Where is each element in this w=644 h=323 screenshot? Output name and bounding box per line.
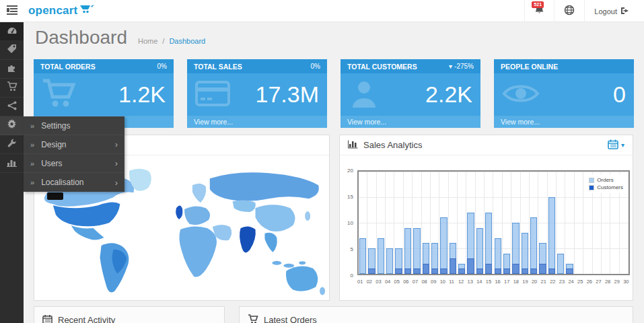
x-tick-label: 11 [449, 279, 458, 285]
shopping-cart-icon [42, 78, 77, 112]
tile-value: 1.2K [118, 81, 166, 108]
breadcrumb-home-link[interactable]: Home [138, 37, 157, 45]
menu-item-users[interactable]: » Users › [24, 154, 124, 173]
chart-bar-orders [557, 254, 564, 274]
x-tick-label: 19 [522, 279, 532, 285]
menu-item-label: Settings [41, 121, 70, 131]
chart-bar-customers [404, 268, 411, 274]
chart-icon [348, 140, 358, 151]
map-tooltip [47, 192, 63, 200]
sidebar-item-sales[interactable] [0, 79, 24, 98]
x-tick-label: 04 [385, 279, 394, 285]
legend-swatch [589, 178, 594, 183]
header-actions: 521 Logout [524, 0, 639, 22]
date-range-button[interactable]: ▾ [608, 139, 624, 151]
sidebar-item-catalog[interactable] [0, 41, 24, 60]
y-tick-label: 15 [347, 194, 353, 200]
sidebar-item-marketing[interactable] [0, 98, 24, 116]
x-tick-label: 29 [614, 279, 624, 285]
chart-bar-customers [368, 268, 375, 274]
chart-bar-customers [548, 268, 555, 274]
eye-icon [502, 80, 540, 110]
double-chevron-icon: » [30, 141, 34, 149]
chart-bar-customers [512, 264, 519, 274]
tile-title: TOTAL CUSTOMERS [347, 63, 417, 71]
breadcrumb-current[interactable]: Dashboard [169, 37, 205, 45]
x-tick-label: 06 [403, 279, 413, 285]
chart-bar-customers [566, 268, 573, 274]
tile-people-online: PEOPLE ONLINE 0 View more... [494, 59, 634, 128]
chart-bar-orders [413, 228, 420, 274]
double-chevron-icon: » [30, 159, 34, 168]
cart-icon [248, 314, 258, 323]
chart-bar-customers [503, 268, 510, 274]
chart-bar-orders [386, 248, 393, 274]
x-tick-label: 20 [532, 279, 541, 285]
menu-toggle-button[interactable] [0, 0, 24, 22]
caret-down-icon: ▾ [621, 141, 624, 149]
bar-chart-icon [7, 157, 17, 170]
latest-orders-panel: Latest Orders [239, 306, 633, 323]
chart-bar-customers [395, 268, 402, 274]
view-more-link[interactable]: View more... [494, 116, 634, 128]
menu-item-label: Localisation [41, 178, 83, 187]
sidebar-item-dashboard[interactable] [0, 22, 24, 41]
x-tick-label: 25 [577, 279, 587, 285]
puzzle-piece-icon [7, 63, 17, 75]
latest-orders-header: Latest Orders [240, 307, 633, 323]
tile-value: 0 [613, 81, 626, 108]
sidebar-item-extensions[interactable] [0, 60, 24, 79]
legend-item: Customers [589, 184, 623, 190]
chart-y-axis: 05101520 [340, 170, 355, 275]
chart-bar-customers [476, 268, 483, 274]
wrench-icon [7, 139, 17, 151]
view-more-link[interactable]: View more... [341, 116, 480, 128]
chart-bar-customers [539, 264, 546, 274]
tile-value: 2.2K [425, 81, 472, 108]
sidebar-item-reports[interactable] [0, 154, 24, 173]
logout-button[interactable]: Logout [584, 0, 639, 22]
share-nodes-icon [7, 101, 17, 113]
breadcrumb: Home / Dashboard [138, 37, 205, 45]
x-tick-label: 12 [458, 279, 468, 285]
view-more-link[interactable]: View more... [187, 116, 327, 128]
x-tick-label: 07 [413, 279, 422, 285]
chart-bar-customers [423, 264, 429, 274]
y-tick-label: 20 [347, 168, 353, 174]
sign-out-icon [620, 7, 629, 16]
x-tick-label: 27 [596, 279, 605, 285]
credit-card-icon [195, 79, 230, 110]
chart-bar-customers [522, 268, 528, 274]
x-tick-label: 21 [541, 279, 550, 285]
cart-icon [7, 81, 17, 94]
chart-bar-customers [458, 268, 465, 274]
chart-bar-customers [485, 264, 492, 274]
recent-activity-header: Recent Activity [34, 307, 224, 323]
recent-activity-panel: Recent Activity [34, 306, 225, 323]
menu-item-design[interactable]: » Design › [24, 135, 124, 154]
chart-bar-orders [476, 228, 483, 274]
chart-bar-orders [530, 217, 537, 274]
x-tick-label: 09 [431, 279, 440, 285]
menu-item-settings[interactable]: » Settings [24, 116, 124, 135]
store-front-button[interactable] [554, 0, 584, 22]
notifications-button[interactable]: 521 [524, 0, 554, 22]
chart-bar-orders [359, 238, 366, 274]
x-tick-label: 13 [468, 279, 477, 285]
menu-item-label: Users [41, 159, 62, 168]
x-tick-label: 28 [605, 279, 614, 285]
top-header: opencart 521 Logout [0, 0, 644, 22]
gear-icon [7, 119, 17, 132]
chart-bar-customers [440, 268, 447, 274]
sidebar-item-tools[interactable] [0, 135, 24, 154]
tile-percent: -275% [454, 63, 474, 70]
chart-bar-orders [548, 197, 555, 274]
page-title: Dashboard [35, 27, 127, 48]
sidebar-item-system[interactable] [0, 116, 24, 135]
opencart-logo[interactable]: opencart [28, 4, 95, 17]
chevron-right-icon: › [115, 178, 118, 188]
logo-cart-icon [80, 4, 95, 17]
chart-legend: OrdersCustomers [586, 174, 626, 193]
calendar-icon [608, 139, 618, 151]
menu-item-localisation[interactable]: » Localisation › [24, 173, 124, 192]
